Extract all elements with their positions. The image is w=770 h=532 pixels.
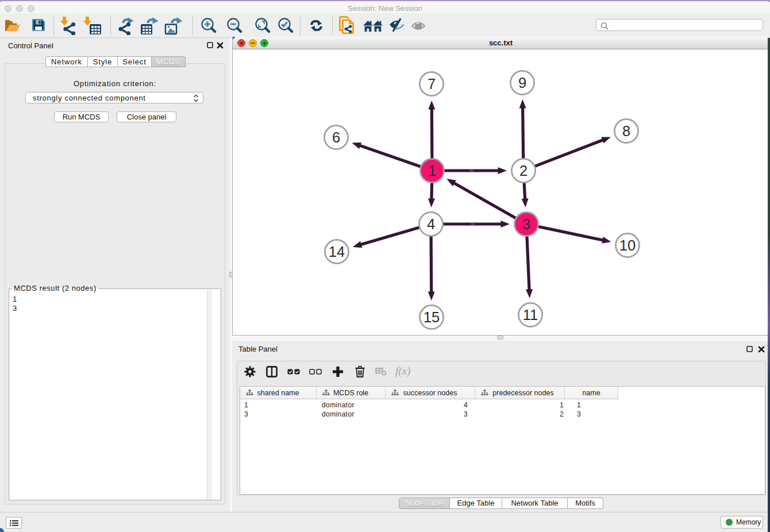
svg-text:1: 1 — [428, 163, 436, 179]
svg-text:10: 10 — [619, 237, 636, 253]
svg-text:14: 14 — [329, 244, 345, 260]
svg-text:8: 8 — [622, 123, 630, 139]
svg-text:4: 4 — [427, 216, 435, 232]
svg-text:7: 7 — [428, 76, 436, 92]
svg-text:6: 6 — [332, 129, 340, 145]
svg-text:9: 9 — [518, 75, 526, 91]
svg-text:2: 2 — [519, 163, 528, 179]
svg-text:15: 15 — [424, 309, 440, 325]
svg-text:3: 3 — [522, 216, 530, 232]
svg-text:11: 11 — [523, 307, 538, 323]
